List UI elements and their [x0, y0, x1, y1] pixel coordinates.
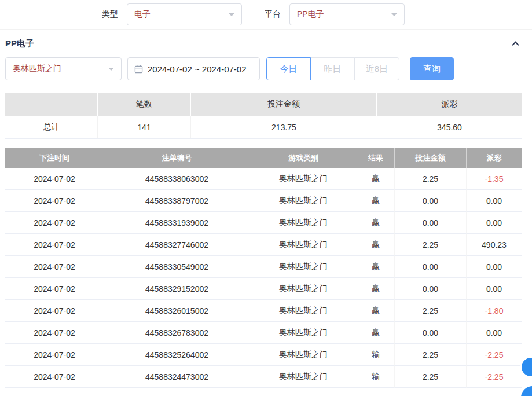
- section-title: PP电子: [5, 38, 34, 49]
- cell-game-type: 奥林匹斯之门: [250, 322, 357, 344]
- chevron-up-icon: [511, 39, 520, 49]
- cell-result: 输: [357, 366, 395, 388]
- cell-bet-amount: 2.25: [395, 300, 467, 322]
- cell-bet-amount: 0.00: [395, 256, 467, 278]
- cell-payout: 0.00: [467, 322, 522, 344]
- cell-bet-time: 2024-07-02: [5, 300, 104, 322]
- header-game-type: 游戏类别: [250, 148, 357, 168]
- cell-order-id: 44588327746002: [104, 234, 250, 256]
- summary-header-blank: [5, 93, 98, 116]
- caret-down-icon: [391, 13, 397, 16]
- game-select-value: 奥林匹斯之门: [13, 64, 61, 74]
- cell-order-id: 44588325264002: [104, 344, 250, 366]
- floating-support-button[interactable]: [520, 357, 532, 377]
- cell-payout: 0.00: [467, 190, 522, 212]
- cell-result: 赢: [357, 212, 395, 234]
- cell-bet-time: 2024-07-02: [5, 168, 104, 190]
- cell-bet-amount: 2.25: [395, 366, 467, 388]
- top-filter-bar: 类型 电子 平台 PP电子: [0, 0, 532, 30]
- cell-game-type: 奥林匹斯之门: [250, 234, 357, 256]
- header-result: 结果: [357, 148, 395, 168]
- query-button[interactable]: 查询: [410, 57, 454, 80]
- summary-header-bet-amount: 投注金额: [191, 93, 377, 116]
- cell-bet-amount: 2.25: [395, 234, 467, 256]
- cell-order-id: 44588324473002: [104, 366, 250, 388]
- cell-result: 输: [357, 344, 395, 366]
- cell-payout: 0.00: [467, 212, 522, 234]
- bet-table-body: 2024-07-02 44588338063002 奥林匹斯之门 赢 2.25 …: [5, 168, 522, 388]
- table-row: 2024-07-02 44588326015002 奥林匹斯之门 赢 2.25 …: [5, 300, 522, 322]
- cell-bet-amount: 2.25: [395, 344, 467, 366]
- table-row: 2024-07-02 44588338797002 奥林匹斯之门 赢 0.00 …: [5, 190, 522, 212]
- cell-game-type: 奥林匹斯之门: [250, 278, 357, 300]
- cell-bet-amount: 2.25: [395, 168, 467, 190]
- cell-bet-time: 2024-07-02: [5, 256, 104, 278]
- type-label: 类型: [102, 9, 118, 20]
- filter-row: 奥林匹斯之门 2024-07-02 ~ 2024-07-02 今日 昨日 近8日…: [5, 57, 532, 80]
- yesterday-button[interactable]: 昨日: [310, 57, 355, 80]
- caret-down-icon: [108, 68, 114, 71]
- cell-result: 赢: [357, 168, 395, 190]
- cell-result: 赢: [357, 322, 395, 344]
- cell-game-type: 奥林匹斯之门: [250, 300, 357, 322]
- date-range-value: 2024-07-02 ~ 2024-07-02: [148, 64, 247, 74]
- cell-order-id: 44588331939002: [104, 212, 250, 234]
- cell-bet-time: 2024-07-02: [5, 366, 104, 388]
- cell-payout: 0.00: [467, 278, 522, 300]
- table-row: 2024-07-02 44588330549002 奥林匹斯之门 赢 0.00 …: [5, 256, 522, 278]
- cell-bet-time: 2024-07-02: [5, 190, 104, 212]
- header-payout: 派彩: [467, 148, 522, 168]
- summary-total-payout: 345.60: [377, 116, 522, 138]
- cell-payout: -2.25: [467, 344, 522, 366]
- table-row: 2024-07-02 44588329152002 奥林匹斯之门 赢 0.00 …: [5, 278, 522, 300]
- cell-result: 赢: [357, 234, 395, 256]
- summary-header-payout: 派彩: [377, 93, 522, 116]
- cell-order-id: 44588329152002: [104, 278, 250, 300]
- cell-order-id: 44588330549002: [104, 256, 250, 278]
- cell-bet-amount: 0.00: [395, 322, 467, 344]
- bet-records-table: 下注时间 注单编号 游戏类别 结果 投注金额 派彩 2024-07-02 445…: [5, 148, 522, 388]
- table-row: 2024-07-02 44588331939002 奥林匹斯之门 赢 0.00 …: [5, 212, 522, 234]
- game-select[interactable]: 奥林匹斯之门: [5, 57, 122, 80]
- today-button[interactable]: 今日: [266, 57, 311, 80]
- cell-payout: -1.35: [467, 168, 522, 190]
- cell-game-type: 奥林匹斯之门: [250, 256, 357, 278]
- section-header: PP电子: [5, 38, 520, 49]
- cell-game-type: 奥林匹斯之门: [250, 168, 357, 190]
- summary-total-label: 总计: [5, 116, 98, 138]
- collapse-section-button[interactable]: [511, 39, 520, 49]
- cell-result: 赢: [357, 256, 395, 278]
- table-row: 2024-07-02 44588338063002 奥林匹斯之门 赢 2.25 …: [5, 168, 522, 190]
- table-row: 2024-07-02 44588325264002 奥林匹斯之门 输 2.25 …: [5, 344, 522, 366]
- cell-order-id: 44588338063002: [104, 168, 250, 190]
- cell-bet-time: 2024-07-02: [5, 322, 104, 344]
- summary-total-row: 总计 141 213.75 345.60: [5, 116, 522, 139]
- table-row: 2024-07-02 44588327746002 奥林匹斯之门 赢 2.25 …: [5, 234, 522, 256]
- summary-header-row: 笔数 投注金额 派彩: [5, 93, 522, 116]
- cell-payout: 490.23: [467, 234, 522, 256]
- floating-chat-button[interactable]: [521, 386, 532, 396]
- platform-select-value: PP电子: [297, 9, 324, 20]
- cell-bet-time: 2024-07-02: [5, 234, 104, 256]
- cell-bet-time: 2024-07-02: [5, 344, 104, 366]
- platform-select[interactable]: PP电子: [289, 3, 405, 25]
- caret-down-icon: [229, 13, 234, 16]
- summary-total-count: 141: [98, 116, 191, 138]
- cell-game-type: 奥林匹斯之门: [250, 190, 357, 212]
- last-8-days-button[interactable]: 近8日: [354, 57, 399, 80]
- platform-label: 平台: [265, 9, 281, 20]
- header-bet-time: 下注时间: [5, 148, 104, 168]
- date-range-input[interactable]: 2024-07-02 ~ 2024-07-02: [127, 57, 260, 80]
- cell-game-type: 奥林匹斯之门: [250, 344, 357, 366]
- type-select-value: 电子: [134, 9, 151, 20]
- bet-table-header-row: 下注时间 注单编号 游戏类别 结果 投注金额 派彩: [5, 148, 522, 168]
- cell-order-id: 44588326015002: [104, 300, 250, 322]
- type-select[interactable]: 电子: [127, 3, 242, 25]
- cell-payout: 0.00: [467, 256, 522, 278]
- cell-order-id: 44588338797002: [104, 190, 250, 212]
- cell-result: 赢: [357, 278, 395, 300]
- cell-bet-amount: 0.00: [395, 190, 467, 212]
- table-row: 2024-07-02 44588324473002 奥林匹斯之门 输 2.25 …: [5, 366, 522, 388]
- cell-bet-amount: 0.00: [395, 212, 467, 234]
- summary-table: 笔数 投注金额 派彩 总计 141 213.75 345.60: [5, 93, 522, 139]
